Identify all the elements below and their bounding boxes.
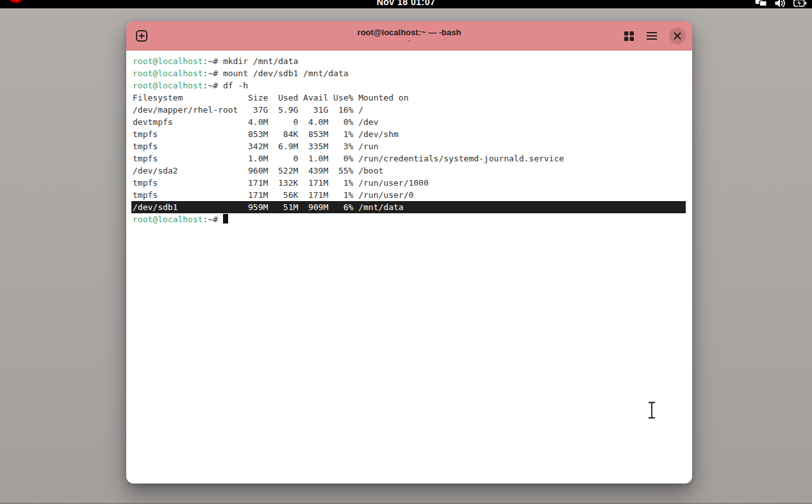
prompt-suffix: :~# <box>203 69 223 78</box>
prompt-suffix: :~# <box>203 215 223 224</box>
prompt-user: root@localhost <box>133 81 203 90</box>
terminal-line-output: tmpfs 342M 6.9M 335M 3% /run <box>131 140 686 152</box>
window-header-bar: root@localhost:~ — -bash ~ <box>126 21 692 51</box>
terminal-line-output: tmpfs 1.0M 0 1.0M 0% /run/credentials/sy… <box>131 152 686 165</box>
new-tab-button[interactable] <box>134 28 149 44</box>
system-tray[interactable] <box>755 0 807 8</box>
terminal-line-output: Filesystem Size Used Avail Use% Mounted … <box>131 92 686 104</box>
prompt-user: root@localhost <box>133 215 203 224</box>
top-bar: Nov 18 01:07 <box>0 0 812 8</box>
prompt-user: root@localhost <box>133 69 203 78</box>
terminal-content[interactable]: root@localhost:~# mkdir /mnt/dataroot@lo… <box>126 51 692 484</box>
terminal-line-output: devtmpfs 4.0M 0 4.0M 0% /dev <box>131 116 686 128</box>
prompt-user: root@localhost <box>133 56 203 66</box>
menu-button[interactable] <box>646 30 658 42</box>
header-controls <box>623 21 686 51</box>
tab-overview-button[interactable] <box>623 30 634 42</box>
terminal-window: root@localhost:~ — -bash ~ <box>126 21 692 484</box>
terminal-cursor <box>223 214 228 224</box>
terminal-line-prompt: root@localhost:~# mount /dev/sdb1 /mnt/d… <box>131 67 686 79</box>
terminal-line-output: /dev/sda2 960M 522M 439M 55% /boot <box>131 165 686 177</box>
terminal-line-prompt-cursor: root@localhost:~# <box>131 213 686 225</box>
close-icon <box>674 32 681 40</box>
terminal-line-selected: /dev/sdb1 959M 51M 909M 6% /mnt/data <box>131 201 686 213</box>
terminal-line-prompt: root@localhost:~# df -h <box>131 79 686 92</box>
clock[interactable]: Nov 18 01:07 <box>0 0 812 7</box>
terminal-line-output: /dev/mapper/rhel-root 37G 5.9G 31G 16% / <box>131 104 686 116</box>
prompt-suffix: :~# <box>203 56 223 66</box>
screen-share-icon <box>755 0 767 8</box>
battery-charging-icon <box>793 0 807 8</box>
window-title: root@localhost:~ — -bash <box>358 28 461 37</box>
terminal-line-output: tmpfs 171M 132K 171M 1% /run/user/1000 <box>131 177 686 189</box>
volume-icon <box>775 0 786 8</box>
terminal-line-output: tmpfs 171M 56K 171M 1% /run/user/0 <box>131 189 686 201</box>
terminal-line-prompt: root@localhost:~# mkdir /mnt/data <box>131 55 686 67</box>
window-title-area: root@localhost:~ — -bash ~ <box>203 21 615 51</box>
top-bar-content: Nov 18 01:07 <box>0 0 812 8</box>
window-subtitle: ~ <box>408 38 411 45</box>
terminal-line-output: tmpfs 853M 84K 853M 1% /dev/shm <box>131 128 686 140</box>
close-button[interactable] <box>669 28 686 44</box>
prompt-suffix: :~# <box>203 81 223 90</box>
